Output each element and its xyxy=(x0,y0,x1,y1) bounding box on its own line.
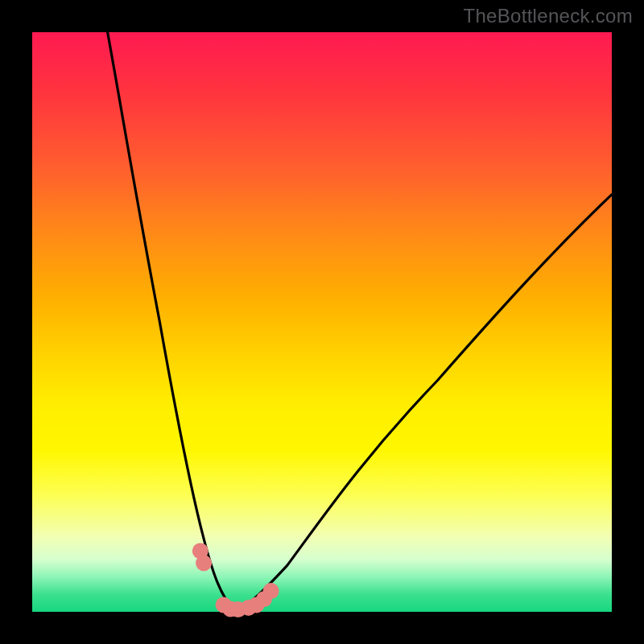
chart-svg xyxy=(32,32,612,612)
watermark-text: TheBottleneck.com xyxy=(463,5,633,27)
right-curve xyxy=(235,195,612,612)
marker-layer xyxy=(192,543,279,617)
marker-dot xyxy=(263,583,279,599)
marker-dot xyxy=(196,555,212,572)
chart-frame: TheBottleneck.com xyxy=(0,0,644,644)
curve-layer xyxy=(108,32,612,612)
left-curve xyxy=(108,32,235,612)
